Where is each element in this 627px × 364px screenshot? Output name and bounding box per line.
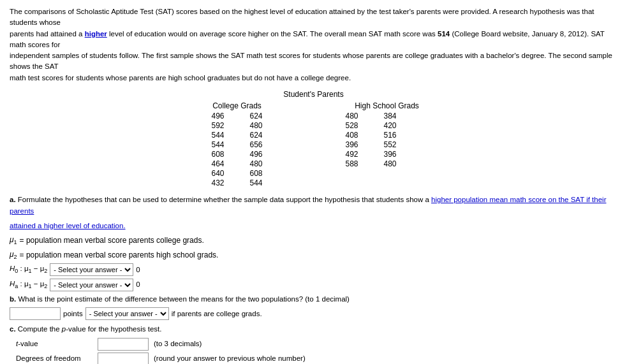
table-row: 384 <box>371 112 397 120</box>
table-row: 464 <box>199 159 225 168</box>
table-row: 528 <box>333 121 358 130</box>
table-row: 480 <box>333 112 358 120</box>
table-row: 492 <box>333 150 358 159</box>
students-parents-section: Student's Parents College Grads High Sch… <box>10 90 617 187</box>
h0-hypothesis-line: H0 : μ1 − μ2 - Select your answer - ≥ ≤ … <box>10 263 617 276</box>
c-inputs: t-value (to 3 decimals) Degrees of freed… <box>16 338 617 364</box>
h0-select[interactable]: - Select your answer - ≥ ≤ = > < ≠ <box>50 263 133 276</box>
highschool-grads-data: 480384 528420 408516 396552 492396 58848… <box>333 112 397 187</box>
table-row: 552 <box>371 140 397 149</box>
table-row: 544 <box>199 131 225 140</box>
question-b-text: b. What is the point estimate of the dif… <box>10 293 617 305</box>
table-row: 624 <box>237 131 263 140</box>
intro-line3: independent samples of students follow. … <box>10 52 612 70</box>
a-text: Formulate the hypotheses that can be use… <box>10 196 607 215</box>
a-text2: attained a higher level of education. <box>10 220 617 231</box>
b-label: b. <box>10 295 16 303</box>
table-row: 496 <box>199 112 225 120</box>
table-row: 432 <box>199 178 225 187</box>
intro-line4: math test scores for students whose pare… <box>10 74 351 82</box>
table-row: 480 <box>371 159 397 168</box>
b-if-text: if parents are college grads. <box>172 308 262 319</box>
table-row: 608 <box>199 150 225 159</box>
intro-text: The comparisons of Scholastic Aptitude T… <box>10 6 617 84</box>
question-c-text: c. Compute the p-value for the hypothesi… <box>10 323 617 335</box>
df-input[interactable] <box>98 353 149 364</box>
table-row: 588 <box>333 159 358 168</box>
table-row: 624 <box>237 112 263 120</box>
df-note: (round your answer to previous whole num… <box>154 353 306 364</box>
table-row: 396 <box>333 140 358 149</box>
mu2-line: μ2 = population mean verbal score parent… <box>10 249 617 262</box>
table-row: 408 <box>333 131 358 140</box>
table-row: 608 <box>237 169 263 178</box>
table-row: 544 <box>199 140 225 149</box>
table-row: 420 <box>371 121 397 130</box>
questions-section: a. Formulate the hypotheses that can be … <box>10 194 617 364</box>
table-row: 480 <box>237 121 263 130</box>
tvalue-note: (to 3 decimals) <box>154 338 202 349</box>
intro-line2: parents had attained a higher level of e… <box>10 30 605 48</box>
higher-word: higher <box>85 30 107 38</box>
ha-select[interactable]: - Select your answer - ≥ ≤ = > < ≠ <box>50 279 133 291</box>
b-value-input[interactable] <box>10 307 61 320</box>
college-grads-header: College Grads <box>199 101 276 110</box>
highschool-grads-header: High School Grads <box>346 101 429 110</box>
table-row: 480 <box>237 159 263 168</box>
mu1-line: μ1 = population mean verbal score parent… <box>10 234 617 247</box>
question-a: a. Formulate the hypotheses that can be … <box>10 194 617 217</box>
section-title: Student's Parents <box>10 90 617 99</box>
a-label: a. <box>10 196 16 203</box>
df-row: Degrees of freedom (round your answer to… <box>16 353 617 364</box>
table-row: 656 <box>237 140 263 149</box>
table-row: 516 <box>371 131 397 140</box>
b-points-label: points <box>63 308 83 319</box>
tvalue-input[interactable] <box>98 338 149 351</box>
table-row: 592 <box>199 121 225 130</box>
table-row: 544 <box>237 178 263 187</box>
intro-line1: The comparisons of Scholastic Aptitude T… <box>10 8 594 26</box>
college-grads-data: 496624 592480 544624 544656 608496 46448… <box>199 112 263 187</box>
mean-score: 514 <box>438 30 450 38</box>
tvalue-row: t-value (to 3 decimals) <box>16 338 617 351</box>
tvalue-label: t-value <box>16 338 92 349</box>
table-row: 396 <box>371 150 397 159</box>
table-row: 496 <box>237 150 263 159</box>
table-row: 640 <box>199 169 225 178</box>
c-label: c. <box>10 325 16 333</box>
b-direction-select[interactable]: - Select your answer - > < <box>85 307 169 320</box>
b-input-line: points - Select your answer - > < if par… <box>10 307 617 320</box>
ha-hypothesis-line: Ha : μ1 − μ2 - Select your answer - ≥ ≤ … <box>10 278 617 291</box>
df-label: Degrees of freedom <box>16 353 92 364</box>
